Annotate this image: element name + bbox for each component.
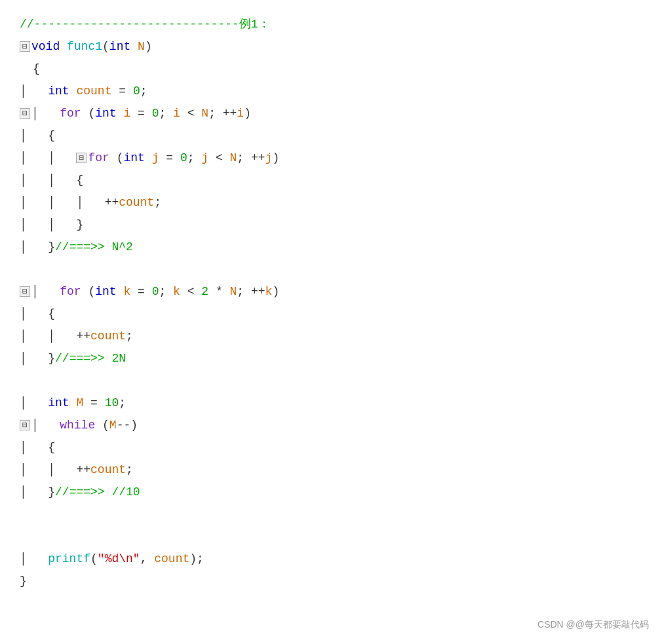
collapse-marker-for1[interactable]: ⊟ (20, 108, 30, 119)
collapse-marker-while[interactable]: ⊟ (20, 420, 30, 430)
close-brace-func: } (20, 575, 27, 588)
for-keyword-2: for (88, 151, 109, 164)
comment-10: //===>> //10 (55, 485, 140, 499)
for-keyword-1: for (60, 107, 81, 120)
collapse-marker-for3[interactable]: ⊟ (20, 286, 30, 297)
func-name: func1 (67, 40, 102, 53)
comment-2n: //===>> 2N (55, 352, 126, 365)
int-keyword-1: int (48, 85, 69, 98)
var-count: count (76, 85, 111, 98)
for-keyword-3: for (60, 285, 81, 298)
comment-n2: //===>> N^2 (55, 240, 133, 254)
watermark: CSDN @@每天都要敲代码 (537, 619, 649, 631)
func-paren: (int N) (102, 40, 152, 53)
comment-line: //-----------------------------例1： (20, 18, 270, 31)
while-keyword: while (60, 419, 95, 432)
int-m: int (48, 396, 69, 409)
code-block: //-----------------------------例1： ⊟void… (0, 7, 662, 599)
open-brace-0: { (33, 62, 40, 75)
inc-count-2: ++count; (76, 330, 132, 343)
func-keyword: void (31, 40, 60, 53)
inc-count-3: ++count; (76, 463, 132, 476)
code-container: //-----------------------------例1： ⊟void… (0, 0, 662, 605)
collapse-marker-for2[interactable]: ⊟ (76, 153, 87, 163)
printf-call: printf("%d\n", count); (48, 552, 204, 565)
inc-count-1: ++count; (105, 196, 161, 209)
collapse-marker-func[interactable]: ⊟ (20, 41, 30, 52)
